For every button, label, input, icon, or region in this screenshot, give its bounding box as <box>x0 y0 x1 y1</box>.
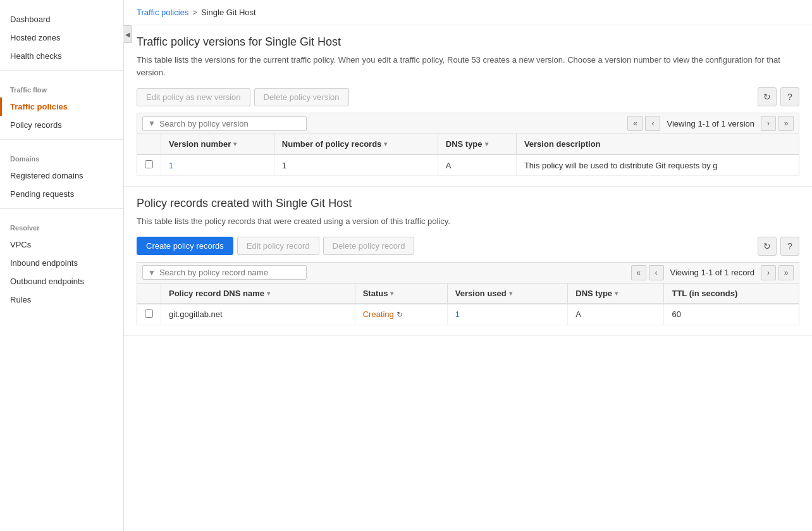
sidebar-item-label: Pending requests <box>10 189 74 199</box>
sidebar-item-label: VPCs <box>10 240 31 249</box>
sidebar-item-label: Policy records <box>10 120 62 130</box>
records-table: Policy record DNS name ▾ Status ▾ Versio… <box>137 284 799 325</box>
sidebar-item-hosted-zones[interactable]: Hosted zones <box>0 28 123 47</box>
versions-header-row: Version number ▾ Number of policy record… <box>137 134 799 154</box>
versions-row-version-number: 1 <box>161 154 274 176</box>
sidebar-item-registered-domains[interactable]: Registered domains <box>0 166 123 185</box>
versions-refresh-button[interactable]: ↻ <box>758 87 777 106</box>
sidebar-item-outbound-endpoints[interactable]: Outbound endpoints <box>0 272 123 290</box>
th-version-used: Version used ▾ <box>447 284 568 304</box>
sidebar-item-label: Inbound endpoints <box>10 258 78 268</box>
sidebar-divider-3 <box>0 208 123 209</box>
next-page-icon: › <box>767 268 770 277</box>
versions-table-controls: ▼ « ‹ Viewing 1-1 of 1 version › » <box>137 113 799 134</box>
sidebar-collapse-button[interactable]: ◀ <box>123 25 132 43</box>
versions-first-page-button[interactable]: « <box>627 116 643 131</box>
th-ttl: TTL (in seconds) <box>664 284 799 304</box>
breadcrumb-parent-link[interactable]: Traffic policies <box>137 8 188 17</box>
versions-toolbar: Edit policy as new version Delete policy… <box>137 87 799 106</box>
status-refresh-icon[interactable]: ↻ <box>397 310 403 319</box>
main-content: Traffic policies > Single Git Host Traff… <box>124 0 812 531</box>
versions-table-body: 1 1 A This policy will be used to distri… <box>137 154 799 176</box>
records-toolbar-right: ↻ ? <box>758 237 799 256</box>
versions-toolbar-right: ↻ ? <box>758 87 799 106</box>
records-row-dns-name: git.gogitlab.net <box>161 304 355 325</box>
sidebar-item-vpcs[interactable]: VPCs <box>0 235 123 254</box>
versions-search-box: ▼ <box>142 116 307 131</box>
th-dns-type-label: DNS type <box>446 139 483 149</box>
th-status-label: Status <box>363 289 388 298</box>
domains-section-label: Domains <box>0 145 123 166</box>
th-dns-type-sort-icon: ▾ <box>485 141 488 147</box>
records-row-version-used: 1 <box>447 304 568 325</box>
sidebar-item-label: Traffic policies <box>10 102 68 111</box>
records-table-body: git.gogitlab.net Creating ↻ 1 A 60 <box>137 304 799 325</box>
th-ttl-label: TTL (in seconds) <box>672 289 737 298</box>
versions-row-checkbox-cell <box>137 154 161 176</box>
records-search-input[interactable] <box>159 268 301 277</box>
sidebar-item-rules[interactable]: Rules <box>0 290 123 309</box>
th-policy-records-count: Number of policy records ▾ <box>274 134 438 154</box>
th-dns-name: Policy record DNS name ▾ <box>161 284 355 304</box>
sidebar-item-traffic-policies[interactable]: Traffic policies <box>0 97 123 116</box>
versions-table-header: Version number ▾ Number of policy record… <box>137 134 799 154</box>
th-version-number-sort-icon: ▾ <box>233 141 237 147</box>
versions-next-page-button[interactable]: › <box>761 116 776 131</box>
versions-last-page-button[interactable]: » <box>778 116 794 131</box>
sidebar-item-label: Hosted zones <box>10 33 61 42</box>
th-version-used-sort-icon: ▾ <box>509 290 512 297</box>
collapse-icon: ◀ <box>125 31 130 38</box>
th-version-number-label: Version number <box>169 139 231 149</box>
versions-help-button[interactable]: ? <box>780 87 799 106</box>
delete-policy-record-button[interactable]: Delete policy record <box>323 237 415 255</box>
records-first-page-button[interactable]: « <box>631 265 646 280</box>
delete-policy-version-button[interactable]: Delete policy version <box>254 88 349 106</box>
records-toolbar: Create policy records Edit policy record… <box>137 237 799 256</box>
edit-policy-record-button[interactable]: Edit policy record <box>237 237 319 255</box>
next-page-icon: › <box>767 119 770 128</box>
records-pagination-text: Viewing 1-1 of 1 record <box>670 268 754 277</box>
records-search-box: ▼ <box>142 265 307 280</box>
th-version-description: Version description <box>516 134 799 154</box>
records-prev-page-button[interactable]: ‹ <box>649 265 664 280</box>
versions-pagination: « ‹ Viewing 1-1 of 1 version › » <box>627 116 794 131</box>
records-checkbox-header <box>137 284 161 304</box>
th-dns-type: DNS type ▾ <box>438 134 516 154</box>
last-page-icon: » <box>784 119 789 128</box>
prev-page-icon: ‹ <box>655 268 658 277</box>
create-policy-records-button[interactable]: Create policy records <box>137 237 233 255</box>
sidebar: ◀ Dashboard Hosted zones Health checks T… <box>0 0 124 531</box>
records-section-title: Policy records created with Single Git H… <box>137 197 799 210</box>
sidebar-item-label: Health checks <box>10 51 62 61</box>
th-dns-name-sort-icon: ▾ <box>267 290 270 297</box>
records-next-page-button[interactable]: › <box>761 265 776 280</box>
sidebar-item-dashboard[interactable]: Dashboard <box>0 10 123 28</box>
versions-row-dns-type: A <box>438 154 516 176</box>
versions-prev-page-button[interactable]: ‹ <box>645 116 660 131</box>
traffic-flow-section-label: Traffic flow <box>0 76 123 97</box>
th-record-dns-type: DNS type ▾ <box>568 284 664 304</box>
versions-section-desc: This table lists the versions for the cu… <box>137 54 799 78</box>
first-page-icon: « <box>633 119 637 128</box>
versions-filter-icon: ▼ <box>148 119 156 128</box>
version-used-link[interactable]: 1 <box>455 309 460 319</box>
records-last-page-button[interactable]: » <box>778 265 794 280</box>
edit-policy-version-button[interactable]: Edit policy as new version <box>137 88 250 106</box>
records-row-checkbox[interactable] <box>145 309 153 318</box>
sidebar-item-pending-requests[interactable]: Pending requests <box>0 185 123 203</box>
records-help-button[interactable]: ? <box>780 237 799 256</box>
records-section: Policy records created with Single Git H… <box>124 187 812 336</box>
versions-row-checkbox[interactable] <box>145 160 153 168</box>
records-refresh-button[interactable]: ↻ <box>758 237 777 256</box>
sidebar-item-label: Registered domains <box>10 171 83 180</box>
sidebar-item-inbound-endpoints[interactable]: Inbound endpoints <box>0 254 123 272</box>
sidebar-item-label: Outbound endpoints <box>10 277 84 286</box>
th-record-dns-type-label: DNS type <box>575 289 612 298</box>
table-row: 1 1 A This policy will be used to distri… <box>137 154 799 176</box>
versions-search-input[interactable] <box>159 119 301 128</box>
sidebar-item-health-checks[interactable]: Health checks <box>0 47 123 65</box>
versions-section: Traffic policy versions for Single Git H… <box>124 25 812 187</box>
version-number-link[interactable]: 1 <box>169 161 173 170</box>
prev-page-icon: ‹ <box>651 119 654 128</box>
sidebar-item-policy-records[interactable]: Policy records <box>0 116 123 134</box>
